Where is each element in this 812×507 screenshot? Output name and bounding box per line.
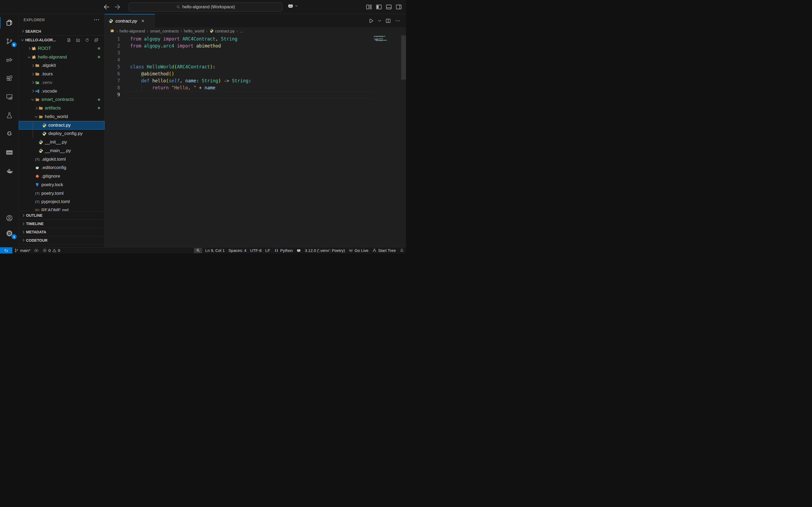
run-button[interactable] <box>368 18 374 23</box>
editor-scrollbar[interactable] <box>401 36 406 79</box>
breadcrumb-item-smart-contracts[interactable]: smart_contracts <box>150 29 179 33</box>
breadcrumb[interactable]: ›hello-algorand›smart_contracts›hello_wo… <box>105 27 406 34</box>
remote-indicator[interactable] <box>0 247 12 254</box>
code-line-8[interactable]: 8 return "Hello, " + name <box>105 84 406 91</box>
code-line-6[interactable]: 6 @abimethod() <box>105 70 406 77</box>
tree-item-init-py[interactable]: __init__.py <box>19 138 104 147</box>
breadcrumb-item-hello-world[interactable]: hello_world <box>184 29 204 33</box>
editor-more-icon[interactable] <box>395 18 401 23</box>
status-indentation[interactable]: Spaces: 4 <box>226 247 248 254</box>
line-number: 3 <box>105 49 120 56</box>
tree-item-poetry-toml[interactable]: [T]poetry.toml <box>19 189 104 198</box>
tree-item-artifacts[interactable]: artifacts <box>19 104 104 112</box>
tree-item-readme-md[interactable]: MREADME.md <box>19 206 104 211</box>
code-line-1[interactable]: 1from algopy import ARC4Contract, String <box>105 36 406 42</box>
activity-item-dotenv[interactable]: .ENV <box>0 146 19 159</box>
activity-item-source-control[interactable]: 6 <box>0 35 19 48</box>
search-section-header[interactable]: SEARCH <box>19 27 104 36</box>
status-eol[interactable]: LF <box>263 247 272 254</box>
code-line-4[interactable]: 4 <box>105 56 406 63</box>
status-cursor-position[interactable]: Ln 9, Col 1 <box>203 247 226 254</box>
breadcrumb-item[interactable] <box>110 29 114 33</box>
activity-item-accounts[interactable] <box>0 211 19 225</box>
breadcrumb-item-contract-py[interactable]: contract.py <box>209 29 235 33</box>
tab-contract-py[interactable]: contract.py × <box>105 14 155 27</box>
tree-item-smart-contracts[interactable]: smart_contracts <box>19 96 104 104</box>
tree-item-label: README.md <box>41 208 68 211</box>
svg-text:G: G <box>7 130 11 137</box>
close-tab-icon[interactable]: × <box>142 18 145 23</box>
minimap[interactable] <box>374 36 399 42</box>
tree-item-root[interactable]: ROOT <box>19 44 104 53</box>
workspace-section-header[interactable]: HELLO-ALGOR... <box>19 36 104 44</box>
poetry-icon <box>35 182 40 187</box>
code-line-7[interactable]: 7 def hello(self, name: String) -> Strin… <box>105 77 406 84</box>
tree-item-pyproject-toml[interactable]: [T]pyproject.toml <box>19 198 104 206</box>
activity-item-run-and-debug[interactable] <box>0 53 19 66</box>
status-zoom-status[interactable] <box>194 248 202 253</box>
code-line-3[interactable]: 3 <box>105 49 406 56</box>
refresh-icon[interactable] <box>85 38 89 42</box>
activity-item-gitlens[interactable]: G <box>0 127 19 140</box>
new-folder-icon[interactable] <box>76 38 80 42</box>
activity-item-settings[interactable]: 1 <box>0 227 19 240</box>
tree-item-algokit[interactable]: .algokit <box>19 61 104 70</box>
activity-item-remote-explorer[interactable] <box>0 90 19 104</box>
status-git-branch[interactable]: main* <box>12 247 32 254</box>
tree-item-venv[interactable]: .venv <box>19 78 104 87</box>
layout-customize-icon[interactable] <box>365 3 372 10</box>
code-line-5[interactable]: 5class HelloWorld(ARC4Contract): <box>105 63 406 70</box>
status-problems[interactable]: 00 <box>41 247 62 254</box>
status-python-interpreter[interactable]: 3.12.0 ('.venv': Poetry) <box>303 247 347 254</box>
split-editor-icon[interactable] <box>385 18 391 23</box>
tree-item-hello-algorand[interactable]: hello-algorand <box>19 53 104 61</box>
activity-item-extensions[interactable] <box>0 72 19 85</box>
copilot-menu[interactable] <box>287 3 298 9</box>
status-encoding[interactable]: UTF-8 <box>248 247 264 254</box>
activity-item-testing[interactable] <box>0 109 19 122</box>
tree-item-deploy-config-py[interactable]: deploy_config.py <box>19 129 104 138</box>
activity-item-explorer[interactable] <box>0 16 19 30</box>
new-file-icon[interactable] <box>66 38 71 42</box>
toggle-secondary-sidebar-icon[interactable] <box>395 3 402 10</box>
toggle-panel-icon[interactable] <box>385 3 392 10</box>
panel-header-timeline[interactable]: TIMELINE <box>19 219 104 228</box>
breadcrumb-item--[interactable]: ... <box>240 29 243 33</box>
forward-icon[interactable] <box>113 3 121 11</box>
status-notifications[interactable] <box>398 247 406 254</box>
sidebar-more-icon[interactable]: ··· <box>94 17 100 23</box>
run-dropdown-icon[interactable] <box>378 19 381 22</box>
tree-item-tours[interactable]: .tours <box>19 70 104 78</box>
panel-header-codetour[interactable]: CODETOUR <box>19 236 104 244</box>
panel-header-outline[interactable]: OUTLINE <box>19 211 104 219</box>
code-line-2[interactable]: 2from algopy.arc4 import abimethod <box>105 42 406 49</box>
tree-item-algokit-toml[interactable]: [T].algokit.toml <box>19 155 104 164</box>
git-status-dot <box>98 107 100 109</box>
status-label: Python <box>280 248 293 253</box>
activity-item-docker[interactable] <box>0 164 19 178</box>
tree-item-hello-world[interactable]: hello_world <box>19 112 104 121</box>
status-publish-changes[interactable] <box>32 247 41 254</box>
status-label: 3.12.0 ('.venv': Poetry) <box>305 248 345 253</box>
panel-label: OUTLINE <box>26 213 42 218</box>
tree-item-contract-py[interactable]: contract.py <box>19 121 104 129</box>
chevron-right-icon <box>22 222 24 225</box>
tree-item-editorconfig[interactable]: .editorconfig <box>19 164 104 172</box>
back-icon[interactable] <box>103 3 111 11</box>
command-center-search[interactable]: hello-algorand (Workspace) <box>129 2 283 11</box>
tree-item-label: .gitignore <box>41 174 60 179</box>
status-go-live[interactable]: Go Live <box>347 247 370 254</box>
status-copilot-status[interactable] <box>295 247 303 254</box>
breadcrumb-item-hello-algorand[interactable]: hello-algorand <box>119 29 145 33</box>
toggle-primary-sidebar-icon[interactable] <box>375 3 383 10</box>
status-start-tree[interactable]: Start Tree <box>370 247 398 254</box>
collapse-all-icon[interactable] <box>94 38 99 42</box>
status-language-mode[interactable]: {}Python <box>272 247 295 254</box>
tree-item-main-py[interactable]: __main__.py <box>19 147 104 155</box>
tree-item-vscode[interactable]: .vscode <box>19 87 104 96</box>
code-line-9[interactable]: 9 <box>105 91 406 98</box>
tree-item-poetry-lock[interactable]: poetry.lock <box>19 180 104 189</box>
code-editor[interactable]: 1from algopy import ARC4Contract, String… <box>105 34 406 247</box>
tree-item-gitignore[interactable]: .gitignore <box>19 172 104 180</box>
panel-header-metadata[interactable]: METADATA <box>19 228 104 236</box>
